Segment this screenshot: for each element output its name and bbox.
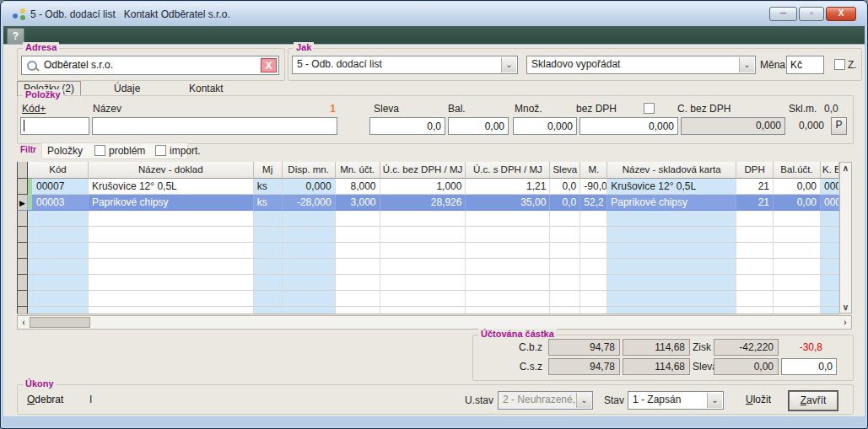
- problem-checkbox[interactable]: [94, 145, 105, 156]
- row-selector[interactable]: [17, 307, 28, 314]
- cbz-value-2: 114,68: [623, 339, 690, 356]
- help-button[interactable]: ?: [7, 28, 24, 46]
- tab-udaje[interactable]: Údaje: [114, 83, 140, 94]
- selector-header[interactable]: [17, 162, 28, 179]
- col-kod[interactable]: Kód: [28, 162, 89, 179]
- col-m[interactable]: M.: [580, 162, 607, 179]
- settlement-value: Skladovo vypořádat: [531, 58, 738, 70]
- doc-type-combo[interactable]: 5 - Odb. dodací list ⌄: [292, 56, 518, 74]
- table-row-empty: [17, 227, 839, 243]
- sleva-input[interactable]: [369, 117, 445, 135]
- cell-disp: 0,000: [283, 179, 336, 195]
- app-window: 5 - Odb. dodací list Kontakt Odběratel s…: [0, 0, 868, 429]
- address-group-label: Adresa: [23, 42, 59, 52]
- currency-input[interactable]: [786, 56, 824, 74]
- col-mn-uct[interactable]: Mn. účt.: [336, 162, 380, 179]
- ustav-label: U.stav: [460, 394, 493, 406]
- row-selector[interactable]: [17, 291, 28, 307]
- current-row-marker-icon: ▶: [19, 199, 25, 207]
- clear-address-button[interactable]: X: [261, 58, 277, 72]
- zavrit-button[interactable]: Zavřít: [789, 391, 838, 410]
- stav-combo[interactable]: 1 - Zapsán ⌄: [628, 391, 724, 410]
- address-field[interactable]: Odběratel s.r.o. X: [21, 56, 279, 75]
- bal-input[interactable]: [448, 117, 509, 135]
- cell-sklad: Krušovice 12° 0,5L: [607, 179, 736, 195]
- mnoz-label: Množ.: [515, 103, 542, 115]
- col-nazev-doklad[interactable]: Název - doklad: [89, 162, 254, 179]
- sleva-percent-input[interactable]: [781, 358, 837, 375]
- kod-label[interactable]: Kód+: [22, 103, 46, 115]
- col-mj[interactable]: Mj: [254, 162, 283, 179]
- cbz-label: C.b.z: [502, 341, 542, 353]
- col-bal-uct[interactable]: Bal.účt.: [774, 162, 821, 179]
- col-disp-mn[interactable]: Disp. mn.: [283, 162, 336, 179]
- table-row[interactable]: 00007 Krušovice 12° 0,5L ks 0,000 8,000 …: [17, 179, 839, 195]
- bezdph-checkbox[interactable]: [644, 103, 655, 114]
- cell-ucs: 35,00: [466, 195, 550, 211]
- maximize-button[interactable]: ▫: [799, 7, 824, 21]
- vertical-scrollbar[interactable]: ∧ ∨: [839, 162, 852, 314]
- row-selector[interactable]: [17, 275, 28, 291]
- address-value: Odběratel s.r.o.: [44, 59, 113, 71]
- scrollbar-thumb[interactable]: [30, 317, 90, 328]
- horizontal-scrollbar[interactable]: ‹ ›: [17, 315, 852, 330]
- sleva-label: Sleva: [374, 103, 399, 115]
- sklm-label: Skl.m.: [789, 103, 817, 115]
- bezdph-input[interactable]: [580, 117, 678, 135]
- import-checkbox[interactable]: [155, 145, 166, 156]
- help-icon: ?: [13, 30, 19, 42]
- row-selector[interactable]: [17, 211, 28, 227]
- table-row-empty: [17, 243, 839, 259]
- row-selector-current[interactable]: ▶: [17, 195, 28, 211]
- nazev-input[interactable]: [92, 117, 337, 135]
- sklm-top-value: 0,0: [824, 103, 838, 115]
- scroll-right-icon[interactable]: ›: [840, 317, 850, 328]
- scroll-up-icon[interactable]: ∧: [840, 164, 851, 173]
- cbz-value-1: 94,78: [548, 339, 620, 356]
- col-dph[interactable]: DPH: [736, 162, 774, 179]
- scroll-down-icon[interactable]: ∨: [840, 303, 851, 312]
- cell-m: -90,0: [580, 179, 607, 195]
- scroll-left-icon[interactable]: ‹: [19, 317, 29, 328]
- kod-input[interactable]: [20, 117, 89, 135]
- row-selector[interactable]: [17, 243, 28, 259]
- cell-sleva: 0,0: [550, 195, 580, 211]
- titlebar[interactable]: 5 - Odb. dodací list Kontakt Odběratel s…: [2, 2, 866, 26]
- currency-label: Měna: [760, 59, 785, 71]
- minimize-button[interactable]: ─: [769, 7, 797, 21]
- app-icon: [13, 8, 26, 20]
- chevron-down-icon[interactable]: ⌄: [739, 57, 754, 72]
- table-row-selected[interactable]: ▶ 00003 Paprikové chipsy ks -28,000 3,00…: [17, 195, 839, 211]
- search-icon: [27, 61, 37, 71]
- z-checkbox[interactable]: [834, 59, 845, 70]
- ulozit-button[interactable]: Uložit: [746, 394, 771, 405]
- cbezdph-label: C. bez DPH: [677, 103, 731, 115]
- clear-icon: X: [265, 60, 272, 72]
- cell-mnuct: 3,000: [336, 195, 380, 211]
- row-selector[interactable]: [17, 179, 28, 195]
- close-button[interactable]: X: [826, 7, 856, 21]
- chevron-down-icon[interactable]: ⌄: [501, 57, 516, 72]
- mnoz-input[interactable]: [513, 117, 577, 135]
- settlement-combo[interactable]: Skladovo vypořádat ⌄: [526, 56, 756, 74]
- cell-kod: 00003: [28, 195, 89, 211]
- chevron-down-icon[interactable]: ⌄: [707, 393, 722, 408]
- col-nazev-skladova-karta[interactable]: Název - skladová karta: [607, 162, 736, 179]
- zisk-label: Zisk: [693, 341, 711, 353]
- row-selector[interactable]: [17, 259, 28, 275]
- cell-ucs: 1,21: [466, 179, 550, 195]
- col-uc-s-dph[interactable]: Ú.c. s DPH / MJ: [466, 162, 550, 179]
- window-title: 5 - Odb. dodací list Kontakt Odběratel s…: [30, 8, 230, 20]
- cell-dph: 21: [736, 179, 774, 195]
- col-sleva[interactable]: Sleva: [550, 162, 580, 179]
- bal-label: Bal.: [448, 103, 466, 115]
- sklm-value: 0,000: [789, 120, 824, 131]
- filter-polozky-label[interactable]: Položky: [47, 145, 83, 157]
- col-k-ba[interactable]: K. Ba: [821, 162, 839, 179]
- p-button[interactable]: P: [831, 117, 847, 135]
- col-uc-bez-dph[interactable]: Ú.c. bez DPH / MJ: [380, 162, 466, 179]
- tab-kontakt[interactable]: Kontakt: [189, 83, 224, 94]
- odebrat-button[interactable]: Odebrat: [27, 394, 63, 405]
- row-selector[interactable]: [17, 227, 28, 243]
- cell-sleva: 0,0: [550, 179, 580, 195]
